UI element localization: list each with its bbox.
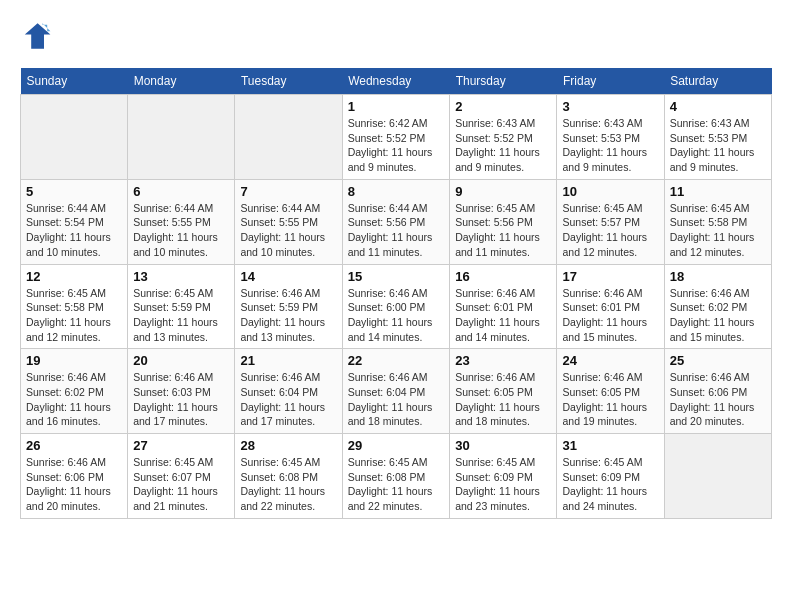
calendar-cell — [235, 95, 342, 180]
day-number: 30 — [455, 438, 551, 453]
logo — [20, 20, 56, 52]
day-number: 6 — [133, 184, 229, 199]
week-row-2: 12Sunrise: 6:45 AMSunset: 5:58 PMDayligh… — [21, 264, 772, 349]
day-info: Sunrise: 6:44 AMSunset: 5:56 PMDaylight:… — [348, 201, 445, 260]
day-info: Sunrise: 6:45 AMSunset: 6:07 PMDaylight:… — [133, 455, 229, 514]
day-info: Sunrise: 6:46 AMSunset: 6:00 PMDaylight:… — [348, 286, 445, 345]
week-row-3: 19Sunrise: 6:46 AMSunset: 6:02 PMDayligh… — [21, 349, 772, 434]
day-number: 23 — [455, 353, 551, 368]
weekday-header-wednesday: Wednesday — [342, 68, 450, 95]
calendar-cell: 6Sunrise: 6:44 AMSunset: 5:55 PMDaylight… — [128, 179, 235, 264]
calendar-cell: 17Sunrise: 6:46 AMSunset: 6:01 PMDayligh… — [557, 264, 664, 349]
weekday-header-friday: Friday — [557, 68, 664, 95]
calendar-cell: 14Sunrise: 6:46 AMSunset: 5:59 PMDayligh… — [235, 264, 342, 349]
day-info: Sunrise: 6:46 AMSunset: 6:03 PMDaylight:… — [133, 370, 229, 429]
day-info: Sunrise: 6:43 AMSunset: 5:53 PMDaylight:… — [670, 116, 766, 175]
calendar-cell: 31Sunrise: 6:45 AMSunset: 6:09 PMDayligh… — [557, 434, 664, 519]
calendar-cell: 29Sunrise: 6:45 AMSunset: 6:08 PMDayligh… — [342, 434, 450, 519]
day-number: 22 — [348, 353, 445, 368]
day-info: Sunrise: 6:45 AMSunset: 6:09 PMDaylight:… — [562, 455, 658, 514]
calendar-cell — [664, 434, 771, 519]
day-info: Sunrise: 6:44 AMSunset: 5:55 PMDaylight:… — [133, 201, 229, 260]
day-info: Sunrise: 6:43 AMSunset: 5:53 PMDaylight:… — [562, 116, 658, 175]
week-row-1: 5Sunrise: 6:44 AMSunset: 5:54 PMDaylight… — [21, 179, 772, 264]
calendar-cell: 16Sunrise: 6:46 AMSunset: 6:01 PMDayligh… — [450, 264, 557, 349]
day-number: 29 — [348, 438, 445, 453]
calendar-cell: 18Sunrise: 6:46 AMSunset: 6:02 PMDayligh… — [664, 264, 771, 349]
calendar-cell: 25Sunrise: 6:46 AMSunset: 6:06 PMDayligh… — [664, 349, 771, 434]
day-info: Sunrise: 6:44 AMSunset: 5:55 PMDaylight:… — [240, 201, 336, 260]
calendar-cell: 23Sunrise: 6:46 AMSunset: 6:05 PMDayligh… — [450, 349, 557, 434]
week-row-0: 1Sunrise: 6:42 AMSunset: 5:52 PMDaylight… — [21, 95, 772, 180]
day-info: Sunrise: 6:46 AMSunset: 6:02 PMDaylight:… — [26, 370, 122, 429]
day-info: Sunrise: 6:43 AMSunset: 5:52 PMDaylight:… — [455, 116, 551, 175]
calendar-cell: 26Sunrise: 6:46 AMSunset: 6:06 PMDayligh… — [21, 434, 128, 519]
day-number: 7 — [240, 184, 336, 199]
day-number: 17 — [562, 269, 658, 284]
week-row-4: 26Sunrise: 6:46 AMSunset: 6:06 PMDayligh… — [21, 434, 772, 519]
calendar-cell: 5Sunrise: 6:44 AMSunset: 5:54 PMDaylight… — [21, 179, 128, 264]
calendar-cell: 4Sunrise: 6:43 AMSunset: 5:53 PMDaylight… — [664, 95, 771, 180]
day-number: 27 — [133, 438, 229, 453]
day-info: Sunrise: 6:42 AMSunset: 5:52 PMDaylight:… — [348, 116, 445, 175]
page-header — [20, 20, 772, 52]
calendar-cell: 28Sunrise: 6:45 AMSunset: 6:08 PMDayligh… — [235, 434, 342, 519]
day-number: 12 — [26, 269, 122, 284]
day-info: Sunrise: 6:46 AMSunset: 6:06 PMDaylight:… — [26, 455, 122, 514]
day-info: Sunrise: 6:46 AMSunset: 6:05 PMDaylight:… — [562, 370, 658, 429]
day-number: 21 — [240, 353, 336, 368]
day-info: Sunrise: 6:46 AMSunset: 6:01 PMDaylight:… — [562, 286, 658, 345]
day-number: 4 — [670, 99, 766, 114]
day-info: Sunrise: 6:45 AMSunset: 6:08 PMDaylight:… — [240, 455, 336, 514]
day-number: 3 — [562, 99, 658, 114]
day-info: Sunrise: 6:45 AMSunset: 6:09 PMDaylight:… — [455, 455, 551, 514]
day-number: 31 — [562, 438, 658, 453]
day-number: 25 — [670, 353, 766, 368]
calendar-cell: 24Sunrise: 6:46 AMSunset: 6:05 PMDayligh… — [557, 349, 664, 434]
day-number: 18 — [670, 269, 766, 284]
calendar-cell: 12Sunrise: 6:45 AMSunset: 5:58 PMDayligh… — [21, 264, 128, 349]
weekday-header-saturday: Saturday — [664, 68, 771, 95]
day-number: 15 — [348, 269, 445, 284]
calendar-cell: 9Sunrise: 6:45 AMSunset: 5:56 PMDaylight… — [450, 179, 557, 264]
weekday-header-thursday: Thursday — [450, 68, 557, 95]
calendar-table: SundayMondayTuesdayWednesdayThursdayFrid… — [20, 68, 772, 519]
day-info: Sunrise: 6:45 AMSunset: 6:08 PMDaylight:… — [348, 455, 445, 514]
day-info: Sunrise: 6:45 AMSunset: 5:57 PMDaylight:… — [562, 201, 658, 260]
calendar-cell — [21, 95, 128, 180]
calendar-cell: 30Sunrise: 6:45 AMSunset: 6:09 PMDayligh… — [450, 434, 557, 519]
day-number: 28 — [240, 438, 336, 453]
day-info: Sunrise: 6:46 AMSunset: 6:06 PMDaylight:… — [670, 370, 766, 429]
calendar-cell: 11Sunrise: 6:45 AMSunset: 5:58 PMDayligh… — [664, 179, 771, 264]
day-number: 19 — [26, 353, 122, 368]
day-number: 24 — [562, 353, 658, 368]
day-info: Sunrise: 6:46 AMSunset: 6:02 PMDaylight:… — [670, 286, 766, 345]
calendar-cell: 20Sunrise: 6:46 AMSunset: 6:03 PMDayligh… — [128, 349, 235, 434]
weekday-header-sunday: Sunday — [21, 68, 128, 95]
day-number: 20 — [133, 353, 229, 368]
day-number: 8 — [348, 184, 445, 199]
calendar-cell: 21Sunrise: 6:46 AMSunset: 6:04 PMDayligh… — [235, 349, 342, 434]
calendar-cell: 19Sunrise: 6:46 AMSunset: 6:02 PMDayligh… — [21, 349, 128, 434]
day-number: 2 — [455, 99, 551, 114]
day-info: Sunrise: 6:44 AMSunset: 5:54 PMDaylight:… — [26, 201, 122, 260]
calendar-cell: 1Sunrise: 6:42 AMSunset: 5:52 PMDaylight… — [342, 95, 450, 180]
calendar-cell — [128, 95, 235, 180]
day-info: Sunrise: 6:45 AMSunset: 5:59 PMDaylight:… — [133, 286, 229, 345]
day-info: Sunrise: 6:45 AMSunset: 5:56 PMDaylight:… — [455, 201, 551, 260]
day-info: Sunrise: 6:46 AMSunset: 6:05 PMDaylight:… — [455, 370, 551, 429]
day-number: 9 — [455, 184, 551, 199]
weekday-header-tuesday: Tuesday — [235, 68, 342, 95]
day-info: Sunrise: 6:46 AMSunset: 6:04 PMDaylight:… — [240, 370, 336, 429]
calendar-cell: 8Sunrise: 6:44 AMSunset: 5:56 PMDaylight… — [342, 179, 450, 264]
day-number: 16 — [455, 269, 551, 284]
day-number: 11 — [670, 184, 766, 199]
calendar-cell: 7Sunrise: 6:44 AMSunset: 5:55 PMDaylight… — [235, 179, 342, 264]
calendar-cell: 2Sunrise: 6:43 AMSunset: 5:52 PMDaylight… — [450, 95, 557, 180]
day-info: Sunrise: 6:45 AMSunset: 5:58 PMDaylight:… — [670, 201, 766, 260]
calendar-cell: 15Sunrise: 6:46 AMSunset: 6:00 PMDayligh… — [342, 264, 450, 349]
logo-icon — [20, 20, 52, 52]
day-info: Sunrise: 6:46 AMSunset: 5:59 PMDaylight:… — [240, 286, 336, 345]
day-number: 13 — [133, 269, 229, 284]
calendar-cell: 13Sunrise: 6:45 AMSunset: 5:59 PMDayligh… — [128, 264, 235, 349]
